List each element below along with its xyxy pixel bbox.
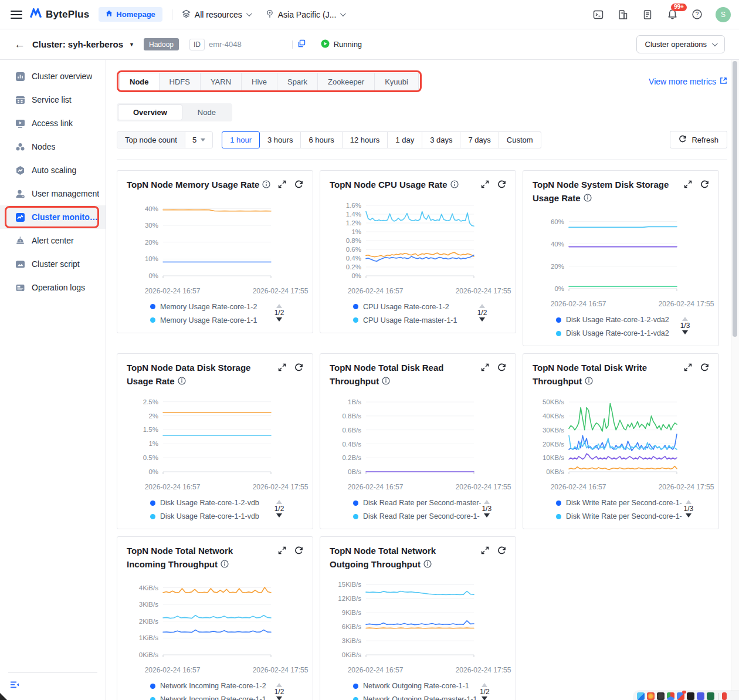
- sidebar-collapse-icon[interactable]: [0, 673, 106, 700]
- top-node-count-select[interactable]: 5: [185, 136, 212, 144]
- sidebar-item-user-management[interactable]: User management: [0, 182, 106, 205]
- sidebar-item-cluster-script[interactable]: Cluster script: [0, 252, 106, 276]
- legend-page-down-icon[interactable]: [479, 317, 485, 322]
- range-button-6-hours[interactable]: 6 hours: [301, 131, 342, 148]
- range-button-custom[interactable]: Custom: [499, 131, 541, 148]
- copy-icon[interactable]: [297, 39, 306, 49]
- tab-node[interactable]: Node: [119, 73, 160, 91]
- sidebar-item-cluster-monitori[interactable]: Cluster monitori...: [0, 205, 106, 229]
- legend-page-down-icon[interactable]: [484, 513, 490, 518]
- terminal-icon[interactable]: [592, 9, 604, 21]
- expand-icon[interactable]: [481, 180, 489, 189]
- sidebar-item-access-link[interactable]: Access link: [0, 111, 106, 135]
- subtab-overview[interactable]: Overview: [118, 104, 182, 120]
- legend-item[interactable]: Disk Usage Rate-core-1-2-vdb: [150, 499, 269, 507]
- refresh-chart-icon[interactable]: [294, 546, 303, 555]
- dock-icon-mail[interactable]: [677, 692, 684, 700]
- info-icon[interactable]: [382, 376, 390, 389]
- refresh-button[interactable]: Refresh: [670, 131, 727, 148]
- tab-hdfs[interactable]: HDFS: [160, 73, 201, 91]
- refresh-chart-icon[interactable]: [294, 180, 303, 189]
- sidebar-item-cluster-overview[interactable]: Cluster overview: [0, 65, 106, 88]
- range-button-3-hours[interactable]: 3 hours: [260, 131, 301, 148]
- legend-page-down-icon[interactable]: [276, 317, 282, 322]
- legend-item[interactable]: Memory Usage Rate-core-1-1: [150, 316, 269, 324]
- legend-item[interactable]: Network Outgoing Rate-master-1-1: [353, 695, 477, 700]
- dock-icon-finder[interactable]: [637, 692, 645, 700]
- refresh-chart-icon[interactable]: [497, 546, 506, 555]
- legend-item[interactable]: Network Outgoing Rate-core-1-1: [353, 682, 477, 690]
- legend-item[interactable]: Network Incoming Rate-core-1-2: [150, 682, 269, 690]
- info-icon[interactable]: [221, 559, 229, 572]
- menu-icon[interactable]: [11, 11, 22, 19]
- sidebar-item-service-list[interactable]: Service list: [0, 88, 106, 111]
- legend-page-down-icon[interactable]: [276, 696, 282, 700]
- region-selector[interactable]: Asia Pacific (J...: [266, 9, 345, 20]
- scrollbar-thumb[interactable]: [733, 61, 737, 337]
- avatar[interactable]: S: [716, 7, 731, 22]
- expand-icon[interactable]: [684, 363, 692, 372]
- sidebar-item-operation-logs[interactable]: Operation logs: [0, 276, 106, 299]
- legend-page-down-icon[interactable]: [682, 330, 688, 334]
- legend-page-up-icon[interactable]: [479, 304, 485, 308]
- cluster-operations-button[interactable]: Cluster operations: [636, 35, 726, 53]
- sidebar-item-nodes[interactable]: Nodes: [0, 135, 106, 158]
- info-icon[interactable]: [178, 376, 186, 389]
- info-icon[interactable]: [584, 192, 592, 206]
- info-icon[interactable]: [262, 179, 270, 192]
- legend-page-up-icon[interactable]: [484, 500, 490, 504]
- legend-item[interactable]: CPU Usage Rate-master-1-1: [353, 316, 472, 324]
- range-button-1-hour[interactable]: 1 hour: [222, 131, 260, 148]
- legend-page-up-icon[interactable]: [276, 683, 282, 687]
- tab-hive[interactable]: Hive: [242, 73, 277, 91]
- tab-spark[interactable]: Spark: [277, 73, 318, 91]
- legend-page-up-icon[interactable]: [482, 683, 487, 687]
- legend-item[interactable]: CPU Usage Rate-core-1-2: [353, 303, 472, 311]
- dock-icon-chrome[interactable]: [667, 692, 674, 700]
- dock-icon-excel[interactable]: [707, 692, 714, 700]
- refresh-chart-icon[interactable]: [497, 363, 506, 372]
- dock-icon-partial[interactable]: [722, 692, 727, 700]
- refresh-chart-icon[interactable]: [700, 180, 709, 189]
- range-button-12-hours[interactable]: 12 hours: [343, 131, 388, 148]
- cluster-switch-caret-icon[interactable]: ▼: [129, 42, 134, 48]
- view-more-metrics-link[interactable]: View more metrics: [649, 77, 727, 86]
- info-icon[interactable]: [585, 376, 593, 389]
- dock-icon-siri[interactable]: [657, 692, 665, 700]
- expand-icon[interactable]: [278, 546, 286, 555]
- legend-page-up-icon[interactable]: [686, 500, 691, 504]
- bell-icon[interactable]: 99+: [666, 9, 678, 21]
- tab-yarn[interactable]: YARN: [201, 73, 242, 91]
- brand-logo[interactable]: BytePlus: [29, 8, 89, 21]
- homepage-button[interactable]: Homepage: [99, 7, 162, 22]
- legend-page-down-icon[interactable]: [482, 696, 487, 700]
- document-icon[interactable]: [642, 9, 653, 21]
- tab-zookeeper[interactable]: Zookeeper: [318, 73, 375, 91]
- refresh-chart-icon[interactable]: [700, 363, 709, 372]
- sidebar-item-alert-center[interactable]: Alert center: [0, 229, 106, 252]
- expand-icon[interactable]: [481, 363, 489, 372]
- expand-icon[interactable]: [278, 180, 286, 189]
- legend-page-up-icon[interactable]: [682, 317, 688, 321]
- dock-icon-black-app[interactable]: [687, 692, 694, 700]
- dock-icon-launchpad[interactable]: [647, 692, 655, 700]
- building-icon[interactable]: [617, 9, 629, 21]
- all-resources-menu[interactable]: All resources: [182, 9, 250, 20]
- legend-item[interactable]: Disk Usage Rate-core-1-1-vda2: [556, 329, 675, 337]
- expand-icon[interactable]: [481, 546, 489, 555]
- refresh-chart-icon[interactable]: [294, 363, 303, 372]
- legend-page-up-icon[interactable]: [276, 304, 282, 308]
- legend-item[interactable]: Memory Usage Rate-core-1-2: [150, 303, 269, 311]
- legend-page-up-icon[interactable]: [276, 500, 282, 504]
- legend-item[interactable]: Disk Read Rate per Second-core-1-: [353, 512, 481, 520]
- info-icon[interactable]: [450, 179, 459, 192]
- range-button-7-days[interactable]: 7 days: [460, 131, 499, 148]
- range-button-3-days[interactable]: 3 days: [422, 131, 460, 148]
- legend-item[interactable]: Disk Usage Rate-core-1-2-vda2: [556, 316, 675, 324]
- subtab-node[interactable]: Node: [182, 104, 231, 120]
- legend-item[interactable]: Disk Read Rate per Second-master-: [353, 499, 481, 507]
- legend-item[interactable]: Disk Usage Rate-core-1-1-vdb: [150, 512, 269, 520]
- range-button-1-day[interactable]: 1 day: [388, 131, 422, 148]
- legend-page-down-icon[interactable]: [276, 513, 282, 518]
- legend-page-down-icon[interactable]: [686, 513, 691, 518]
